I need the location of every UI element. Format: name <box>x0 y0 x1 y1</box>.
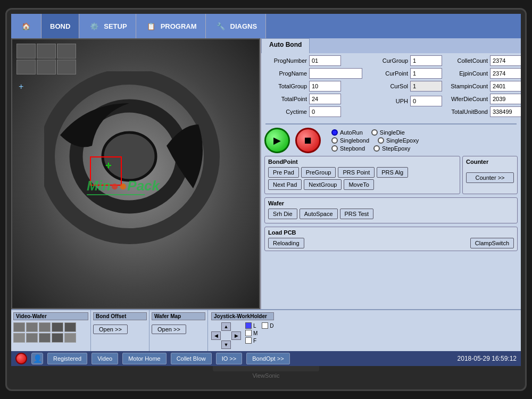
wafer-cell <box>52 333 63 343</box>
user-icon[interactable]: 👤 <box>31 353 43 364</box>
cyctime-input[interactable] <box>309 106 341 117</box>
nav-tab-home[interactable]: 🏠 <box>11 14 41 38</box>
total-unit-bond-input[interactable] <box>490 106 521 117</box>
setup-icon: ⚙️ <box>88 20 101 32</box>
radio-autorun[interactable]: AutoRun <box>331 129 363 136</box>
io-button[interactable]: IO >> <box>216 353 243 364</box>
nav-tab-setup[interactable]: ⚙️ SETUP <box>79 14 136 38</box>
bond-offset-panel: Bond Offset Open >> <box>91 310 149 351</box>
counter-button[interactable]: Counter >> <box>466 172 514 183</box>
ejpin-count-input[interactable] <box>490 68 521 79</box>
ejpin-count-row: EjpinCount <box>445 68 521 79</box>
wafer-cell <box>26 322 38 332</box>
dpad-right-button[interactable]: ▶ <box>231 331 241 340</box>
radio-group: AutoRun SingleDie Singlebond <box>331 129 419 152</box>
stampin-count-label: StampinCount <box>445 83 488 89</box>
nav-tab-bond[interactable]: BOND <box>41 14 79 38</box>
wafer-cell <box>39 322 51 332</box>
clampswitch-button[interactable]: ClampSwitch <box>470 238 514 248</box>
logo-overlay: Min●●Pack <box>87 178 160 195</box>
dpad-empty4 <box>231 340 241 349</box>
wafer-cell <box>13 333 25 343</box>
pre-pad-button[interactable]: Pre Pad <box>268 167 299 178</box>
cur-sol-input[interactable] <box>410 81 442 92</box>
dpad-down-button[interactable]: ▼ <box>221 340 231 349</box>
wafer-map-open-button[interactable]: Open >> <box>152 325 186 334</box>
radio-row-2: Singlebond SingleEpoxy <box>331 137 419 144</box>
reloading-button[interactable]: Reloading <box>268 238 304 248</box>
wafer-map-panel: Wafer Map Open >> <box>149 310 208 351</box>
checkbox-d[interactable] <box>262 322 268 329</box>
wafer-cell <box>26 333 38 343</box>
screen: 🏠 BOND ⚙️ SETUP 📋 PROGRAM 🔧 DIAGNS <box>11 14 521 366</box>
radio-dot-singledie <box>371 129 378 136</box>
prs-alg-button[interactable]: PRS Alg <box>377 167 408 178</box>
motor-home-button[interactable]: Motor Home <box>122 353 167 364</box>
radio-singleepoxy[interactable]: SingleEpoxy <box>378 137 419 144</box>
uph-label: UPH <box>365 98 408 104</box>
next-pad-button[interactable]: Next Pad <box>268 179 302 190</box>
bond-offset-open-button[interactable]: Open >> <box>93 325 128 334</box>
wfer-die-count-input[interactable] <box>490 94 521 104</box>
checkbox-f[interactable] <box>245 337 252 344</box>
panel-tab-bar: Auto Bond <box>261 38 521 53</box>
auto-bond-tab[interactable]: Auto Bond <box>261 38 310 53</box>
cur-point-input[interactable] <box>410 68 442 79</box>
radio-stepbond[interactable]: Stepbond <box>331 145 365 152</box>
prs-test-button[interactable]: PRS Test <box>340 209 374 219</box>
check-l: L <box>245 322 257 329</box>
prog-name-input[interactable] <box>309 68 362 79</box>
checkbox-m[interactable] <box>245 330 252 336</box>
registered-button[interactable]: Registered <box>47 353 87 364</box>
nav-tab-program[interactable]: 📋 PROGRAM <box>136 14 206 38</box>
power-button[interactable] <box>15 353 27 364</box>
prog-number-input[interactable] <box>309 55 341 66</box>
dpad-up-button[interactable]: ▲ <box>221 322 231 331</box>
total-unit-bond-row: TotalUnitBond <box>445 106 521 117</box>
prs-point-button[interactable]: PRS Point <box>338 167 375 178</box>
cur-group-label: CurGroup <box>365 57 408 64</box>
nav-tab-diagns[interactable]: 🔧 DIAGNS <box>206 14 267 38</box>
radio-singlebond-label: Singlebond <box>340 137 369 144</box>
check-f-label: F <box>253 338 256 344</box>
radio-stepepoxy[interactable]: StepEpoxy <box>373 145 410 152</box>
radio-singledie[interactable]: SingleDie <box>371 129 405 136</box>
diagns-tab-label: DIAGNS <box>230 22 257 30</box>
uph-input[interactable] <box>410 96 442 106</box>
bondpoint-title: BondPoint <box>268 159 456 165</box>
total-group-input[interactable] <box>309 81 341 92</box>
dpad-left-button[interactable]: ◀ <box>211 331 221 340</box>
video-button[interactable]: Video <box>92 353 118 364</box>
counter-group: Counter Counter >> <box>462 156 518 194</box>
bottom-section: Video-Wafer Bond Offset Open >> <box>11 309 521 351</box>
pregroup-button[interactable]: PreGroup <box>301 167 336 178</box>
cur-group-input[interactable] <box>410 55 442 66</box>
checkbox-l[interactable] <box>245 322 252 329</box>
nextgroup-button[interactable]: NextGroup <box>304 179 342 190</box>
wafer-cell <box>64 333 76 343</box>
stampin-count-input[interactable] <box>490 81 521 92</box>
joystick-controls: ▲ ◀ ▶ ▼ L <box>211 322 274 349</box>
diagns-icon: 🔧 <box>214 20 227 32</box>
green-start-button[interactable]: ▶ <box>264 128 290 153</box>
radio-singlebond[interactable]: Singlebond <box>331 137 369 144</box>
srh-die-button[interactable]: Srh Die <box>268 209 297 219</box>
bondopt-button[interactable]: BondOpt >> <box>246 353 289 364</box>
collet-count-row: ColletCount <box>445 55 521 66</box>
collet-count-input[interactable] <box>490 55 521 66</box>
radio-singleepoxy-label: SingleEpoxy <box>386 137 419 144</box>
setup-tab-label: SETUP <box>104 22 127 30</box>
ejpin-count-label: EjpinCount <box>445 70 488 77</box>
autospace-button[interactable]: AutoSpace <box>300 209 338 219</box>
collet-blow-button[interactable]: Collet Blow <box>171 353 212 364</box>
data-section: ProgNumber ProgName TotalGroup Tota <box>261 53 521 121</box>
program-tab-label: PROGRAM <box>161 22 197 30</box>
prog-name-row: ProgName <box>264 68 362 79</box>
total-point-input[interactable] <box>309 94 341 104</box>
moveto-button[interactable]: MoveTo <box>344 179 374 190</box>
red-stop-button[interactable]: ⏹ <box>295 128 321 153</box>
radio-dot-singlebond <box>331 137 338 144</box>
counter-title: Counter <box>466 159 514 165</box>
radio-dot-stepbond <box>331 145 338 152</box>
bondpoint-counter-row: BondPoint Pre Pad PreGroup PRS Point PRS… <box>264 156 518 194</box>
